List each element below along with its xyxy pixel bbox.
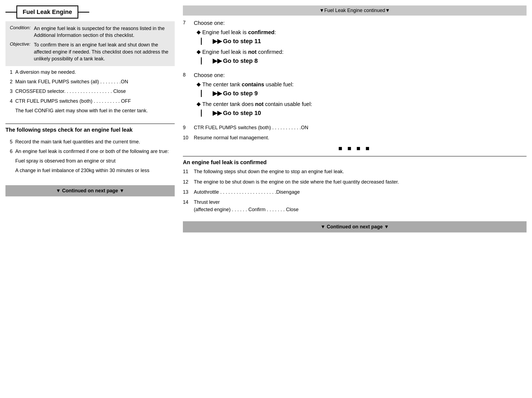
- step-8-block: 8 Choose one: ◆ The center tank contains…: [183, 72, 527, 120]
- step-4-text: CTR FUEL PUMPS switches (both) . . . . .…: [15, 98, 175, 105]
- choice-8a-block: ◆ The center tank contains usable fuel: …: [197, 81, 527, 97]
- title-wrapper: Fuel Leak Engine: [5, 5, 175, 19]
- step-1-num: 1: [5, 69, 13, 76]
- condition-text: An engine fuel leak is suspected for the…: [34, 25, 170, 39]
- step-2-text: Main tank FUEL PUMPS switches (all) . . …: [15, 78, 175, 85]
- goto-7a-block: Go to step 11: [201, 38, 527, 45]
- step-10-num: 10: [183, 134, 191, 141]
- step-6-text: An engine fuel leak is confirmed if one …: [15, 148, 175, 155]
- end-squares: ■ ■ ■ ■: [183, 145, 527, 152]
- step-12-num: 12: [183, 179, 191, 185]
- choice-7a-bold: confirmed: [248, 29, 275, 35]
- page-title: Fuel Leak Engine: [16, 5, 78, 19]
- step-14-num: 14: [183, 199, 191, 206]
- right-header-bar: ▼Fuel Leak Engine continued▼: [183, 5, 527, 16]
- choice-8b-text: The center tank does not contain usable …: [202, 100, 312, 108]
- step-2-num: 2: [5, 78, 13, 85]
- step-6: 6 An engine fuel leak is confirmed if on…: [5, 148, 175, 155]
- objective-text: To confirm there is an engine fuel leak …: [34, 42, 170, 62]
- choice-7b-block: ◆ Engine fuel leak is not confirmed: Go …: [197, 48, 527, 64]
- section-heading-1: The following steps check for an engine …: [5, 127, 175, 133]
- step-13-num: 13: [183, 189, 191, 196]
- step-4-subtext: The fuel CONFIG alert may show with fuel…: [15, 107, 175, 114]
- continued-bar-right: ▼ Continued on next page ▼: [183, 221, 527, 232]
- step-13: 13 Autothrottle . . . . . . . . . . . . …: [183, 189, 527, 196]
- choice-7b: ◆ Engine fuel leak is not confirmed:: [197, 48, 527, 56]
- step-3-num: 3: [5, 88, 13, 95]
- step-5: 5 Record the main tank fuel quantities a…: [5, 138, 175, 145]
- step-6-sub2: A change in fuel imbalance of 230kg with…: [15, 167, 175, 174]
- step-1: 1 A diversion may be needed.: [5, 69, 175, 76]
- step-11: 11 The following steps shut down the eng…: [183, 168, 527, 175]
- step-4-num: 4: [5, 98, 13, 105]
- goto-7b: Go to step 8: [213, 57, 527, 64]
- diamond-8a: ◆: [197, 81, 201, 88]
- step-6-num: 6: [5, 148, 13, 155]
- step-14-text: Thrust lever: [194, 199, 527, 206]
- choice-8a-text: The center tank contains usable fuel:: [202, 81, 294, 88]
- step-5-num: 5: [5, 138, 13, 145]
- goto-8b: Go to step 10: [213, 110, 527, 117]
- step-10: 10 Resume normal fuel management.: [183, 134, 527, 141]
- goto-8b-block: Go to step 10: [201, 110, 527, 117]
- step-1-text: A diversion may be needed.: [15, 69, 175, 76]
- left-column: Fuel Leak Engine Condition: An engine fu…: [5, 5, 175, 393]
- choice-8a: ◆ The center tank contains usable fuel:: [197, 81, 527, 88]
- step-13-text: Autothrottle . . . . . . . . . . . . . .…: [194, 189, 527, 196]
- diamond-7b: ◆: [197, 48, 201, 55]
- steps-1-4: 1 A diversion may be needed. 2 Main tank…: [5, 66, 175, 120]
- step-10-text: Resume normal fuel management.: [194, 134, 527, 141]
- condition-label: Condition:: [10, 25, 32, 39]
- step-11-text: The following steps shut down the engine…: [194, 168, 527, 175]
- choice-7a: ◆ Engine fuel leak is confirmed:: [197, 28, 527, 36]
- diamond-8b: ◆: [197, 100, 201, 107]
- choice-8b-block: ◆ The center tank does not contain usabl…: [197, 100, 527, 117]
- choice-7b-text: Engine fuel leak is not confirmed:: [202, 48, 284, 56]
- right-column: ▼Fuel Leak Engine continued▼ 7 Choose on…: [183, 5, 527, 393]
- step-12: 12 The engine to be shut down is the eng…: [183, 179, 527, 185]
- step-12-text: The engine to be shut down is the engine…: [194, 179, 527, 185]
- step-5-text: Record the main tank fuel quantities and…: [15, 138, 175, 145]
- step-7-block: 7 Choose one: ◆ Engine fuel leak is conf…: [183, 20, 527, 68]
- step-9-num: 9: [183, 124, 191, 131]
- goto-8a: Go to step 9: [213, 90, 527, 97]
- step-2: 2 Main tank FUEL PUMPS switches (all) . …: [5, 78, 175, 85]
- step-7-choose: Choose one:: [194, 20, 527, 26]
- continued-bar-left: ▼ Continued on next page ▼: [5, 185, 175, 196]
- objective-row: Objective: To confirm there is an engine…: [10, 42, 170, 62]
- goto-7b-block: Go to step 8: [201, 57, 527, 64]
- step-14-subtext: (affected engine) . . . . . . Confirm . …: [194, 206, 527, 213]
- step-11-num: 11: [183, 168, 191, 175]
- objective-label: Objective:: [10, 42, 32, 62]
- choice-7a-normal: Engine fuel leak is: [202, 29, 248, 35]
- goto-8a-block: Go to step 9: [201, 90, 527, 97]
- section-heading-2: An engine fuel leak is confirmed: [183, 159, 527, 166]
- step-7-num: 7: [183, 20, 191, 26]
- step-3: 3 CROSSFEED selector. . . . . . . . . . …: [5, 88, 175, 95]
- step-3-text: CROSSFEED selector. . . . . . . . . . . …: [15, 88, 175, 95]
- step-4: 4 CTR FUEL PUMPS switches (both) . . . .…: [5, 98, 175, 105]
- condition-box: Condition: An engine fuel leak is suspec…: [5, 21, 175, 66]
- step-8-num: 8: [183, 72, 191, 78]
- steps-5-6: 5 Record the main tank fuel quantities a…: [5, 136, 175, 180]
- step-8-choose: Choose one:: [194, 72, 527, 78]
- step-14: 14 Thrust lever (affected engine) . . . …: [183, 199, 527, 213]
- section-divider-2: [183, 156, 527, 157]
- step-9-text: CTR FUEL PUMPS switches (both) . . . . .…: [194, 124, 527, 131]
- step-9: 9 CTR FUEL PUMPS switches (both) . . . .…: [183, 124, 527, 131]
- section-divider-1: [5, 123, 175, 124]
- step-6-sub1: Fuel spray is observed from an engine or…: [15, 158, 175, 164]
- goto-7a: Go to step 11: [213, 38, 527, 45]
- choice-8b: ◆ The center tank does not contain usabl…: [197, 100, 527, 108]
- choice-7a-text: Engine fuel leak is confirmed:: [202, 28, 276, 36]
- condition-row: Condition: An engine fuel leak is suspec…: [10, 25, 170, 39]
- diamond-7a: ◆: [197, 28, 201, 36]
- choice-7a-block: ◆ Engine fuel leak is confirmed: Go to s…: [197, 28, 527, 45]
